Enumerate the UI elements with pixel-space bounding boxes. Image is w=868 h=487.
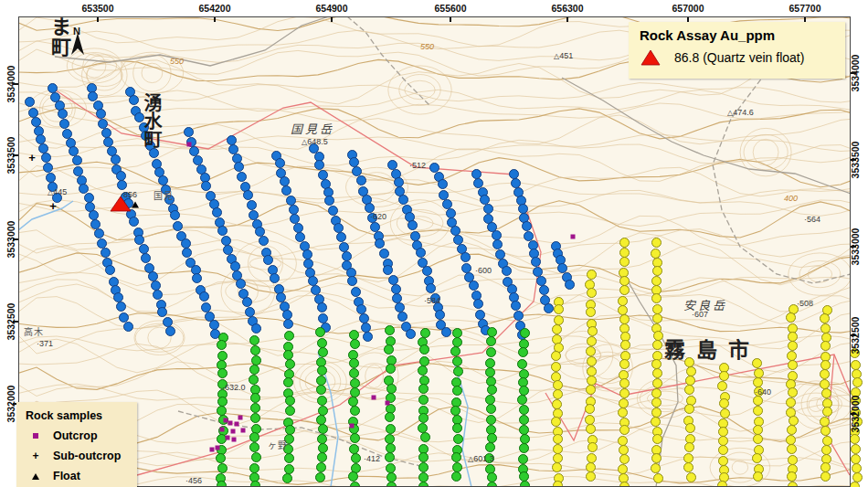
soil-sample-dot-blue [217, 226, 228, 236]
soil-sample-dot-yellow [586, 307, 596, 317]
soil-sample-dot-green [249, 432, 259, 442]
contour-elevation-label: 400 [784, 194, 798, 203]
soil-sample-dot-blue [438, 179, 448, 189]
axis-tick-right [851, 159, 856, 161]
place-label: 国見岳 [291, 120, 334, 137]
soil-sample-dot-blue [184, 127, 194, 137]
axis-label-easting: 657700 [789, 3, 820, 14]
spot-elevation: △451 [554, 51, 573, 60]
soil-sample-dot-blue [406, 329, 416, 339]
soil-sample-dot-yellow [619, 238, 630, 248]
soil-sample-dot-green [486, 336, 496, 346]
soil-sample-dot-green [519, 386, 529, 396]
soil-sample-dot-blue [502, 266, 512, 276]
soil-sample-dot-green [386, 482, 397, 487]
soil-sample-dot-green [487, 482, 497, 487]
soil-sample-dot-blue [375, 238, 385, 249]
soil-sample-dot-yellow [718, 445, 728, 455]
axis-tick-top [566, 16, 568, 22]
soil-sample-dot-green [485, 358, 495, 368]
soil-sample-dot-yellow [619, 276, 630, 286]
soil-sample-dot-yellow [686, 366, 696, 376]
soil-sample-dot-green [486, 415, 496, 425]
soil-sample-dot-green [350, 387, 360, 397]
soil-sample-dot-blue [251, 323, 261, 333]
legend-rock-samples-title: Rock samples [26, 409, 137, 422]
soil-sample-dot-green [316, 462, 326, 472]
axis-tick-left [13, 238, 18, 240]
soil-sample-dot-green [349, 444, 359, 454]
soil-sample-dot-yellow [553, 453, 563, 463]
spot-elevation: ·600 [475, 266, 492, 275]
soil-sample-dot-blue [165, 326, 175, 336]
soil-sample-dot-blue [461, 263, 471, 273]
axis-label-easting: 654900 [315, 3, 347, 14]
soil-sample-dot-green [317, 396, 327, 406]
soil-sample-dot-yellow [752, 453, 762, 463]
contour-elevation-label: 550 [170, 57, 184, 66]
legend-item-float: Float [26, 470, 137, 482]
axis-tick-right [851, 246, 856, 248]
soil-sample-dot-green [418, 395, 429, 405]
axis-tick-right [851, 334, 856, 336]
spot-elevation: ·584 [424, 296, 440, 305]
spot-elevation: ·620 [370, 212, 386, 221]
soil-sample-dot-green [520, 481, 530, 487]
soil-sample-dot-blue [483, 204, 493, 214]
soil-sample-dot-yellow [586, 424, 596, 434]
soil-sample-dot-green [418, 423, 428, 433]
outcrop-sample-square [228, 421, 233, 426]
soil-sample-dot-yellow [620, 340, 630, 350]
soil-sample-dot-green [386, 463, 396, 473]
soil-sample-dot-blue [41, 153, 51, 163]
soil-sample-dot-blue [236, 279, 246, 289]
spot-elevation: ·456 [185, 476, 202, 485]
soil-sample-dot-yellow [753, 396, 763, 406]
soil-sample-dot-yellow [852, 463, 862, 473]
place-label: ヶ野 [268, 438, 288, 451]
outcrop-sample-square [220, 428, 225, 432]
map-viewport[interactable]: ++ ま町湧水町霧島市国見岳安良岳国見高木ヶ野·856△445△648.5△45… [0, 0, 868, 487]
soil-sample-dot-green [349, 358, 359, 368]
spot-elevation: ·371 [37, 339, 53, 348]
soil-sample-dot-blue [43, 163, 53, 173]
axis-label-easting: 655600 [434, 3, 466, 14]
soil-sample-dot-blue [270, 273, 280, 283]
legend-item-outcrop-label: Outcrop [53, 429, 98, 442]
soil-sample-dot-green [249, 335, 259, 345]
soil-sample-dot-green [249, 442, 259, 452]
axis-tick-top [450, 16, 451, 22]
soil-sample-dot-yellow [586, 346, 596, 356]
soil-sample-dot-blue [511, 301, 521, 311]
soil-sample-dot-blue [173, 221, 183, 231]
soil-sample-dot-blue [336, 232, 346, 242]
soil-sample-dot-yellow [787, 425, 797, 435]
soil-sample-dot-yellow [820, 369, 830, 379]
soil-sample-dot-yellow [587, 270, 597, 280]
soil-sample-dot-green [450, 406, 460, 416]
soil-sample-dot-blue [192, 273, 202, 283]
soil-sample-dot-blue [129, 217, 139, 227]
soil-sample-dot-blue [242, 297, 252, 307]
soil-sample-dot-green [250, 481, 260, 487]
soil-sample-dot-green [250, 403, 260, 413]
soil-sample-dot-blue [96, 109, 106, 119]
soil-sample-dot-green [318, 424, 328, 434]
spot-elevation: ·607 [692, 310, 708, 319]
soil-sample-dot-blue [62, 129, 72, 139]
soil-sample-dot-blue [105, 265, 115, 275]
soil-sample-dot-yellow [651, 453, 662, 463]
soil-sample-dot-green [486, 347, 496, 357]
soil-sample-dot-yellow [822, 407, 832, 417]
soil-sample-dot-green [285, 406, 295, 416]
axis-tick-right [851, 72, 856, 74]
soil-sample-dot-green [318, 406, 328, 416]
legend-item-outcrop: Outcrop [26, 429, 137, 442]
soil-sample-dot-blue [28, 108, 38, 118]
soil-sample-dot-yellow [619, 482, 630, 487]
soil-sample-dot-blue [394, 177, 404, 187]
soil-sample-dot-green [487, 327, 497, 337]
spot-elevation: ·632.0 [222, 383, 246, 392]
legend-item-float-label: Float [53, 470, 80, 482]
soil-sample-dot-green [451, 471, 461, 482]
